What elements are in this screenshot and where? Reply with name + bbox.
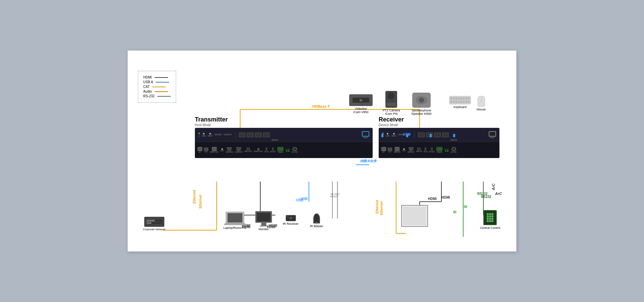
- ir-blaster-label: IR Blaster: [310, 224, 323, 228]
- display-device: [401, 205, 428, 227]
- arc-text: ArC: [491, 184, 495, 190]
- corporate-network-label: Corporate Network: [143, 228, 165, 231]
- legend-cat-label: CAT: [143, 85, 150, 89]
- legend-usb-a: USB A: [143, 80, 171, 84]
- ptz-camera-device: PTZ CameraiCam PI0: [383, 91, 400, 115]
- transmitter-title: Transmitter Host Mode: [195, 116, 228, 127]
- speakerphone-label: SpeakerphoneiSpeaker M300: [411, 109, 432, 115]
- usb-plug-1: [381, 134, 383, 137]
- arc-label: ArC: [495, 192, 502, 196]
- central-control-device: Central Control: [480, 210, 500, 230]
- legend-rs232-line: [157, 96, 171, 97]
- usb-plug-4: [453, 134, 455, 137]
- legend-usba-label: USB A: [143, 80, 153, 84]
- ethernet-left-label: Ethernet: [199, 195, 202, 208]
- ethernet-left-text: Ethernet: [193, 190, 196, 204]
- transmitter-title-text: Transmitter: [195, 116, 228, 123]
- keyboard-label: Keyboard: [449, 105, 471, 109]
- receiver-unit: ⊙ LINK HDCP DISPLAY ARC: [379, 128, 499, 158]
- usb-plug-3: [430, 134, 432, 137]
- videobar-device: VideobariCam V850: [349, 94, 373, 114]
- speakerphone-device: SpeakerphoneiSpeaker M300: [411, 93, 432, 115]
- ir-right-text: IR: [464, 205, 467, 209]
- ethernet-right-text: Ethernet: [375, 200, 379, 214]
- central-control-label: Central Control: [480, 226, 500, 230]
- ir-blaster-device: IR Blaster: [310, 213, 323, 228]
- hdbaset-label: HDBase T: [312, 104, 330, 108]
- keyboard-device: Keyboard: [449, 96, 471, 109]
- diagram-container: HDBase T USB Ethernet Ethernet HDMI HDMI…: [127, 50, 517, 252]
- legend-hdmi-line: [155, 77, 168, 78]
- ptz-camera-label: PTZ CameraiCam PI0: [383, 109, 400, 115]
- receiver-subtitle: Device Mode: [379, 123, 404, 127]
- legend-rs232: RS-232: [143, 94, 171, 98]
- transmitter-unit: ⊙ LINK HDCP SOURCE LOOPOUT: [195, 128, 373, 158]
- legend-hdmi-label: HDMI: [143, 76, 152, 79]
- hdmi1-text: HDMI: [242, 225, 251, 229]
- videobar-label: VideobariCam V850: [349, 107, 373, 114]
- legend-hdmi: HDMI: [143, 76, 171, 79]
- ir-label: IR: [453, 210, 457, 214]
- hdmi-right-text: HDMI: [441, 196, 450, 199]
- ir-receiver-device: IR Receiver: [283, 215, 299, 225]
- legend-cat-line: [152, 87, 166, 87]
- hdmi2-text: HDMI: [267, 225, 276, 229]
- usb-top-text: USB: [403, 132, 411, 136]
- receiver-title-text: Receiver: [379, 116, 404, 123]
- transmitter-subtitle: Host Mode: [195, 123, 228, 127]
- legend: HDMI USB A CAT Audio RS-232: [138, 71, 176, 103]
- legend-audio-line: [155, 91, 168, 92]
- legend-audio-label: Audio: [143, 90, 152, 93]
- legend-rs232-label: RS-232: [143, 94, 155, 98]
- ir-receiver-label: IR Receiver: [283, 222, 299, 225]
- corporate-network-device: Corporate Network: [143, 217, 165, 231]
- ethernet-right-label: Ethernet: [380, 201, 383, 215]
- mouse-label: Mouse: [477, 108, 486, 111]
- legend-audio: Audio: [143, 90, 171, 93]
- legend-usba-line: [156, 82, 169, 83]
- mouse-device: Mouse: [477, 96, 486, 111]
- receiver-title: Receiver Device Mode: [379, 116, 404, 127]
- usb-a-to-b-text: USB A to B: [360, 160, 376, 163]
- hdmi-right-label: HDMI: [428, 197, 437, 201]
- ir-out-tx-text: Ir OUT: [330, 195, 338, 198]
- rs232-right-text: RS232: [481, 195, 491, 199]
- usb-tx-text: USB: [296, 198, 303, 202]
- legend-cat: CAT: [143, 85, 171, 89]
